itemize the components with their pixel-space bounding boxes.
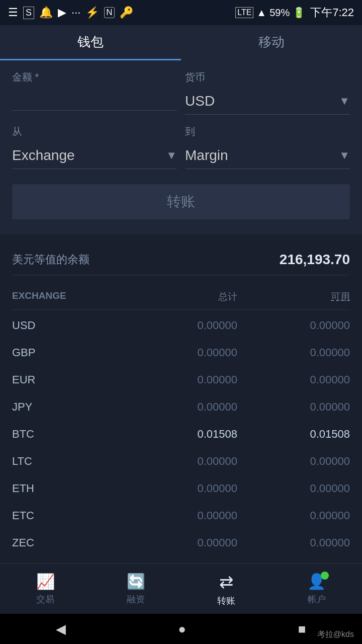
bottom-nav: 📈 交易 🔄 融资 ⇄ 转账 👤 帐户	[0, 564, 362, 614]
battery-text: 59%	[269, 7, 290, 19]
tab-move[interactable]: 移动	[181, 25, 362, 60]
total-cell: 0.00000	[125, 346, 237, 359]
currency-cell: ZEC	[12, 536, 125, 549]
table-row: BTC 0.01508 0.01508	[12, 421, 350, 448]
chevron-down-icon: ▼	[339, 95, 350, 108]
form-row-from-to: 从 Exchange ▼ 到 Margin ▼	[12, 125, 350, 169]
to-label: 到	[185, 125, 350, 138]
currency-cell: EUR	[12, 373, 125, 386]
time-display: 下午7:22	[310, 5, 354, 20]
currency-cell: GBP	[12, 346, 125, 359]
status-indicators: LTE ▲ 59% 🔋 下午7:22	[235, 5, 354, 20]
table-row: JPY 0.00000 0.00000	[12, 393, 350, 421]
nav-account[interactable]: 👤 帐户	[307, 573, 326, 605]
form-row-amount-currency: 金额 * 货币 USD ▼	[12, 70, 350, 115]
table-row: ETC 0.00000 0.00000	[12, 502, 350, 529]
th-available: 可用	[237, 290, 350, 303]
available-cell: 0.00000	[237, 400, 350, 414]
vpn-icon: 🔑	[120, 6, 133, 19]
available-cell: 0.00000	[237, 509, 350, 522]
th-total: 总计	[125, 290, 237, 303]
balance-label: 美元等值的余额	[12, 252, 89, 267]
bell-icon: 🔔	[39, 6, 53, 19]
home-button[interactable]: ●	[178, 621, 186, 637]
table-row: ZEC 0.00000 0.00000	[12, 529, 350, 556]
to-value: Margin	[185, 147, 228, 164]
total-cell: 0.00000	[125, 455, 237, 468]
available-cell: 0.01508	[237, 428, 350, 441]
amount-group: 金额 *	[12, 70, 177, 115]
from-group: 从 Exchange ▼	[12, 125, 177, 169]
table-row: LTC 0.00000 0.00000	[12, 448, 350, 475]
transfer-icon: ⇄	[219, 572, 233, 592]
recent-button[interactable]: ■	[298, 621, 306, 637]
to-chevron-icon: ▼	[339, 149, 350, 162]
back-button[interactable]: ◀	[56, 621, 66, 637]
app-icon: S	[23, 7, 34, 19]
available-cell: 0.00000	[237, 373, 350, 386]
total-cell: 0.00000	[125, 536, 237, 549]
nav-transfer[interactable]: ⇄ 转账	[217, 572, 235, 607]
available-cell: 0.00000	[237, 482, 350, 495]
table-row: USD 0.00000 0.00000	[12, 312, 350, 339]
currency-label: 货币	[185, 70, 350, 84]
from-chevron-icon: ▼	[166, 149, 177, 162]
from-label: 从	[12, 125, 177, 138]
currency-cell: JPY	[12, 400, 125, 414]
watermark: 考拉@kds	[317, 629, 354, 640]
tab-wallet[interactable]: 钱包	[0, 25, 181, 60]
balance-value: 216,193.70	[280, 252, 350, 268]
to-group: 到 Margin ▼	[185, 125, 350, 169]
transfer-button[interactable]: 转账	[12, 184, 350, 219]
available-cell: 0.00000	[237, 455, 350, 468]
total-cell: 0.00000	[125, 319, 237, 332]
system-nav: ◀ ● ■ 考拉@kds	[0, 614, 362, 644]
bluetooth-icon: ⚡	[85, 6, 99, 19]
currency-select[interactable]: USD ▼	[185, 88, 350, 115]
to-select[interactable]: Margin ▼	[185, 142, 350, 169]
finance-icon: 🔄	[127, 573, 145, 590]
currency-cell: ETC	[12, 509, 125, 522]
currency-group: 货币 USD ▼	[185, 70, 350, 115]
amount-input[interactable]	[12, 88, 177, 111]
currency-cell: USD	[12, 319, 125, 332]
currency-value: USD	[185, 93, 215, 109]
available-cell: 0.00000	[237, 536, 350, 549]
main-tabs: 钱包 移动	[0, 25, 362, 60]
currency-cell: ETH	[12, 482, 125, 495]
table-row: GBP 0.00000 0.00000	[12, 339, 350, 366]
status-bar: ☰ S 🔔 ▶ ··· ⚡ N 🔑 LTE ▲ 59% 🔋 下午7:22	[0, 0, 362, 25]
currency-cell: LTC	[12, 455, 125, 468]
table-header: EXCHANGE 总计 可用	[12, 285, 350, 310]
total-cell: 0.00000	[125, 509, 237, 522]
more-icon: ···	[71, 6, 80, 19]
transfer-form: 金额 * 货币 USD ▼ 从 Exchange ▼ 到 Margin ▼	[0, 60, 362, 234]
table-row: EUR 0.00000 0.00000	[12, 366, 350, 393]
nav-finance[interactable]: 🔄 融资	[127, 573, 145, 605]
total-cell: 0.00000	[125, 400, 237, 414]
from-select[interactable]: Exchange ▼	[12, 142, 177, 169]
total-cell: 0.01508	[125, 428, 237, 441]
trade-icon: 📈	[36, 573, 55, 590]
play-icon: ▶	[58, 6, 66, 19]
battery-icon: 🔋	[293, 7, 305, 19]
lte-label: LTE	[235, 7, 253, 18]
status-icons: ☰ S 🔔 ▶ ··· ⚡ N 🔑	[8, 6, 133, 19]
available-cell: 0.00000	[237, 346, 350, 359]
th-exchange: EXCHANGE	[12, 290, 125, 303]
available-cell: 0.00000	[237, 319, 350, 332]
nav-trade[interactable]: 📈 交易	[36, 573, 55, 605]
total-cell: 0.00000	[125, 482, 237, 495]
total-cell: 0.00000	[125, 373, 237, 386]
currency-cell: BTC	[12, 428, 125, 441]
account-dot	[321, 572, 329, 580]
menu-icon: ☰	[8, 6, 18, 19]
table-row: ETH 0.00000 0.00000	[12, 475, 350, 502]
nfc-icon: N	[104, 7, 114, 18]
amount-label: 金额 *	[12, 70, 177, 84]
from-value: Exchange	[12, 147, 75, 164]
signal-icon: ▲	[256, 7, 266, 19]
balance-row: 美元等值的余额 216,193.70	[12, 252, 350, 275]
